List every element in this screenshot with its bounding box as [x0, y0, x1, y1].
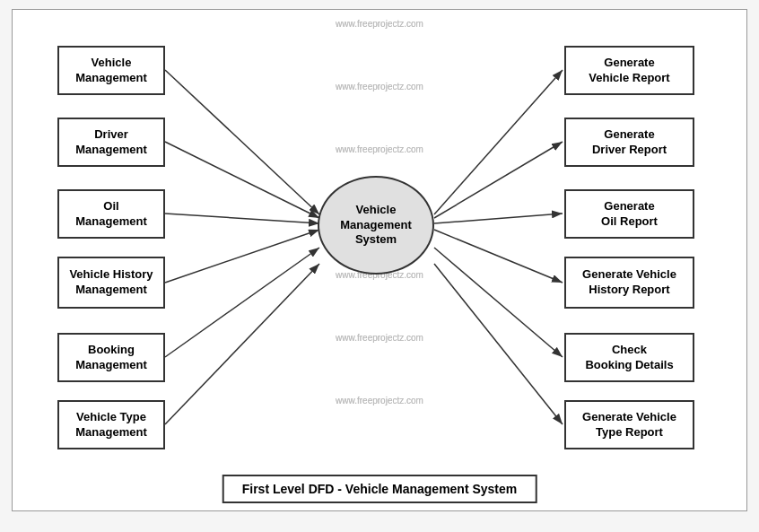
watermark: www.freeprojectz.com — [336, 144, 423, 154]
watermark: www.freeprojectz.com — [336, 19, 423, 29]
generate-vehicle-history-report-box: Generate Vehicle History Report — [564, 257, 694, 309]
vehicle-management-box: Vehicle Management — [57, 46, 165, 95]
oil-management-box: Oil Management — [57, 189, 165, 239]
generate-driver-report-box: Generate Driver Report — [564, 118, 694, 167]
watermark: www.freeprojectz.com — [336, 144, 423, 154]
generate-vehicle-type-report-box: Generate Vehicle Type Report — [564, 400, 694, 449]
watermark: www.freeprojectz.com — [336, 144, 423, 154]
footer-label: First Level DFD - Vehicle Management Sys… — [222, 475, 537, 503]
watermark: www.freeprojectz.com — [336, 144, 423, 154]
watermark: www.freeprojectz.com — [336, 19, 423, 29]
watermark: www.freeprojectz.com — [336, 19, 423, 29]
watermark: www.freeprojectz.com — [336, 396, 423, 406]
driver-management-box: Driver Management — [57, 118, 165, 167]
watermark: www.freeprojectz.com — [336, 82, 423, 92]
watermark: www.freeprojectz.com — [336, 19, 423, 29]
watermark: www.freeprojectz.com — [336, 82, 423, 92]
booking-management-box: Booking Management — [57, 333, 165, 382]
svg-line-1 — [165, 70, 319, 214]
generate-vehicle-report-box: Generate Vehicle Report — [564, 46, 694, 95]
watermark: www.freeprojectz.com — [336, 333, 423, 343]
watermark: www.freeprojectz.com — [336, 82, 423, 92]
svg-line-7 — [434, 70, 563, 214]
svg-line-6 — [165, 264, 319, 424]
svg-line-5 — [165, 248, 319, 357]
watermark: www.freeprojectz.com — [336, 333, 423, 343]
watermark: www.freeprojectz.com — [336, 82, 423, 92]
svg-line-12 — [434, 264, 563, 424]
main-container: www.freeprojectz.com www.freeprojectz.co… — [12, 9, 747, 511]
watermark: www.freeprojectz.com — [336, 333, 423, 343]
watermark: www.freeprojectz.com — [336, 396, 423, 406]
svg-line-2 — [165, 142, 319, 218]
diagram-area: www.freeprojectz.com www.freeprojectz.co… — [13, 10, 746, 467]
check-booking-details-box: Check Booking Details — [564, 333, 694, 382]
vehicle-history-management-box: Vehicle History Management — [57, 257, 165, 309]
svg-line-9 — [434, 214, 563, 223]
watermark: www.freeprojectz.com — [336, 396, 423, 406]
svg-line-3 — [165, 214, 319, 223]
svg-line-11 — [434, 248, 563, 357]
vehicle-type-management-box: Vehicle Type Management — [57, 400, 165, 449]
svg-line-4 — [165, 230, 319, 283]
center-circle: Vehicle Management System — [318, 176, 434, 275]
svg-line-8 — [434, 142, 563, 218]
generate-oil-report-box: Generate Oil Report — [564, 189, 694, 239]
svg-line-10 — [434, 230, 563, 283]
watermark: www.freeprojectz.com — [336, 396, 423, 406]
watermark: www.freeprojectz.com — [336, 333, 423, 343]
